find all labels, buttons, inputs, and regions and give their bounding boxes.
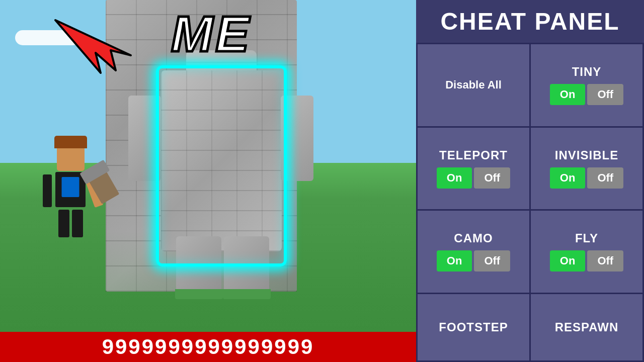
camo-toggle: On Off	[437, 250, 510, 272]
other-leg-right	[72, 210, 83, 237]
player-glow	[156, 65, 287, 266]
camo-off-button[interactable]: Off	[474, 250, 510, 272]
invisible-off-button[interactable]: Off	[587, 167, 623, 189]
camo-on-button[interactable]: On	[437, 250, 472, 272]
other-player	[40, 146, 101, 246]
respawn-cell: RESPAWN	[531, 294, 642, 361]
fly-off-button[interactable]: Off	[587, 250, 623, 272]
teleport-off-button[interactable]: Off	[474, 167, 510, 189]
cheat-panel: CHEAT PANEL Disable All TINY On Off TELE…	[416, 0, 644, 362]
score-bar: 9999999999999999	[0, 332, 416, 362]
other-leg-left	[58, 210, 69, 237]
disable-all-button[interactable]: Disable All	[445, 78, 502, 92]
fly-cell: FLY On Off	[531, 211, 642, 293]
camo-label: CAMO	[454, 231, 493, 245]
other-player-legs	[40, 210, 101, 237]
footstep-label: FOOTSTEP	[439, 320, 508, 334]
tiny-toggle: On Off	[550, 84, 623, 105]
game-area: ME 9999999999999999	[0, 0, 416, 362]
other-player-body	[55, 172, 86, 207]
tiny-label: TINY	[572, 65, 602, 79]
score-text: 9999999999999999	[102, 335, 314, 359]
tiny-off-button[interactable]: Off	[587, 84, 623, 105]
player-foot-left	[175, 289, 223, 299]
panel-grid: Disable All TINY On Off TELEPORT On Off …	[416, 43, 644, 362]
fly-on-button[interactable]: On	[550, 250, 586, 272]
disable-all-cell: Disable All	[418, 44, 529, 126]
invisible-cell: INVISIBLE On Off	[531, 128, 642, 210]
svg-marker-0	[55, 20, 131, 73]
other-player-head	[57, 146, 85, 171]
invisible-label: INVISIBLE	[555, 148, 618, 162]
teleport-cell: TELEPORT On Off	[418, 128, 529, 210]
panel-title: CHEAT PANEL	[416, 0, 644, 43]
teleport-toggle: On Off	[437, 167, 510, 189]
respawn-label: RESPAWN	[555, 320, 619, 334]
teleport-label: TELEPORT	[439, 148, 508, 162]
other-arm-left	[43, 174, 52, 207]
invisible-on-button[interactable]: On	[550, 167, 586, 189]
camo-cell: CAMO On Off	[418, 211, 529, 293]
arrow-icon	[50, 15, 151, 75]
tiny-on-button[interactable]: On	[550, 84, 586, 105]
player-foot-right	[223, 289, 271, 299]
fly-label: FLY	[575, 231, 598, 245]
invisible-toggle: On Off	[550, 167, 623, 189]
footstep-cell: FOOTSTEP	[418, 294, 529, 361]
teleport-on-button[interactable]: On	[437, 167, 472, 189]
me-label: ME	[171, 5, 252, 63]
tiny-cell: TINY On Off	[531, 44, 642, 126]
fly-toggle: On Off	[550, 250, 623, 272]
